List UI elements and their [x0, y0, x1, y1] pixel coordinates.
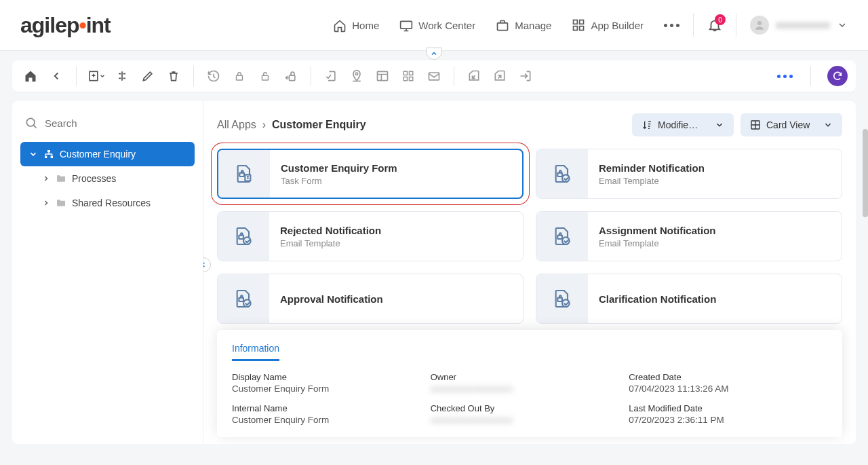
- search-row[interactable]: [20, 112, 195, 142]
- notification-count-badge: 0: [715, 14, 726, 25]
- card-item[interactable]: Assignment NotificationEmail Template: [536, 211, 842, 261]
- tool-align-button[interactable]: [112, 66, 132, 86]
- breadcrumb: All Apps › Customer Enquiry: [217, 119, 366, 131]
- svg-rect-16: [410, 77, 413, 81]
- svg-rect-9: [262, 75, 269, 80]
- svg-rect-5: [580, 26, 584, 31]
- nav-home[interactable]: Home: [333, 18, 379, 32]
- tool-release-button[interactable]: [281, 66, 301, 86]
- separator: [454, 66, 454, 86]
- svg-rect-14: [410, 71, 413, 75]
- tree-shared-label: Shared Resources: [72, 198, 151, 208]
- avatar: [750, 16, 769, 35]
- nav-workcenter[interactable]: Work Center: [399, 18, 475, 32]
- home-icon: [333, 18, 347, 32]
- user-menu[interactable]: xxxxxxxxxx: [750, 16, 848, 35]
- tool-email-button[interactable]: [424, 66, 444, 86]
- monitor-icon: [399, 18, 413, 32]
- username: xxxxxxxxxx: [776, 19, 830, 31]
- tool-location-button[interactable]: [347, 66, 367, 86]
- svg-rect-29: [557, 236, 562, 239]
- search-icon: [24, 116, 38, 130]
- card-item[interactable]: Rejected NotificationEmail Template: [217, 211, 524, 261]
- email-template-icon: [218, 274, 269, 323]
- svg-rect-20: [45, 156, 47, 158]
- collapse-topnav-button[interactable]: [426, 48, 442, 60]
- email-template-icon: [536, 149, 588, 198]
- card-item[interactable]: Approval Notification: [217, 274, 524, 324]
- card-title: Clarification Notification: [599, 293, 716, 305]
- card-subtitle: Email Template: [599, 238, 716, 248]
- tool-delete-button[interactable]: [163, 66, 184, 86]
- sort-label: Modifie…: [658, 119, 698, 130]
- svg-rect-10: [290, 75, 295, 81]
- toolbar-more[interactable]: [769, 75, 801, 78]
- tool-approve-button[interactable]: [321, 66, 341, 86]
- notifications-button[interactable]: 0: [707, 18, 722, 33]
- info-display-name: Display Name Customer Enquiry Form: [232, 372, 431, 394]
- separator: [311, 66, 311, 86]
- card-item[interactable]: Reminder NotificationEmail Template: [536, 149, 842, 199]
- info-internal-name: Internal Name Customer Enquiry Form: [232, 403, 431, 425]
- tool-export-button[interactable]: [490, 66, 510, 86]
- chevron-down-icon: [28, 149, 38, 159]
- collapse-sidebar-button[interactable]: [203, 257, 211, 272]
- card-view-icon: [750, 119, 761, 130]
- card-subtitle: Email Template: [599, 176, 705, 186]
- crumb-root[interactable]: All Apps: [217, 119, 256, 130]
- tool-home-button[interactable]: [20, 66, 41, 86]
- tool-back-button[interactable]: [46, 66, 66, 86]
- sort-dropdown[interactable]: Modifie…: [632, 113, 734, 136]
- card-title: Approval Notification: [280, 293, 383, 305]
- email-template-icon: [536, 274, 588, 323]
- separator: [736, 14, 736, 37]
- nav-appbuilder[interactable]: App Builder: [572, 18, 644, 32]
- svg-rect-27: [239, 236, 243, 239]
- svg-rect-31: [239, 298, 243, 301]
- tool-layout-button[interactable]: [372, 66, 393, 86]
- tool-import-button[interactable]: [464, 66, 484, 86]
- tree-item-customer-enquiry[interactable]: Customer Enquiry: [20, 142, 195, 166]
- email-template-icon: [536, 212, 588, 261]
- tool-unlock-button[interactable]: [255, 66, 275, 86]
- scrollbar[interactable]: [863, 129, 868, 217]
- nav-manage-label: Manage: [515, 20, 551, 31]
- form-icon: [218, 150, 270, 198]
- info-panel: Information Display Name Customer Enquir…: [217, 330, 842, 437]
- separator: [193, 66, 194, 86]
- tree-item-processes[interactable]: Processes: [20, 166, 195, 191]
- svg-point-6: [757, 21, 762, 25]
- tool-checkout-button[interactable]: [86, 66, 106, 86]
- info-created-date: Created Date 07/04/2023 11:13:26 AM: [629, 372, 827, 394]
- tool-lock-button[interactable]: [229, 66, 250, 86]
- info-owner: Owner xxxxxxxxxxxxxxxxxx: [431, 372, 629, 394]
- nav-more[interactable]: [664, 24, 679, 27]
- card-title: Assignment Notification: [599, 225, 716, 236]
- tool-edit-button[interactable]: [138, 66, 158, 86]
- nav-workcenter-label: Work Center: [418, 20, 475, 31]
- card-item[interactable]: Customer Enquiry FormTask Form: [217, 149, 524, 199]
- tree-item-shared-resources[interactable]: Shared Resources: [20, 191, 195, 215]
- search-input[interactable]: [45, 117, 191, 129]
- tool-history-button[interactable]: [203, 66, 224, 86]
- nav-appbuilder-label: App Builder: [591, 20, 644, 31]
- tool-refresh-button[interactable]: [827, 66, 848, 86]
- svg-rect-19: [47, 150, 50, 152]
- card-item[interactable]: Clarification Notification: [536, 274, 842, 324]
- svg-rect-2: [574, 20, 578, 24]
- info-tab-information[interactable]: Information: [232, 343, 279, 361]
- content-area: All Apps › Customer Enquiry Modifie… Car…: [203, 101, 856, 444]
- tool-grid-button[interactable]: [398, 66, 418, 86]
- card-subtitle: Task Form: [281, 176, 397, 186]
- sitemap-icon: [43, 149, 54, 160]
- chevron-down-icon: [715, 120, 724, 130]
- tool-exit-button[interactable]: [515, 66, 536, 86]
- info-last-modified: Last Modified Date 07/20/2023 2:36:11 PM: [629, 403, 827, 425]
- svg-rect-23: [239, 173, 244, 176]
- view-dropdown[interactable]: Card View: [741, 113, 842, 136]
- separator: [76, 66, 77, 86]
- chevron-right-icon: [42, 199, 50, 207]
- nav-manage[interactable]: Manage: [496, 18, 551, 32]
- separator: [810, 66, 811, 86]
- chevron-down-icon: [837, 20, 848, 31]
